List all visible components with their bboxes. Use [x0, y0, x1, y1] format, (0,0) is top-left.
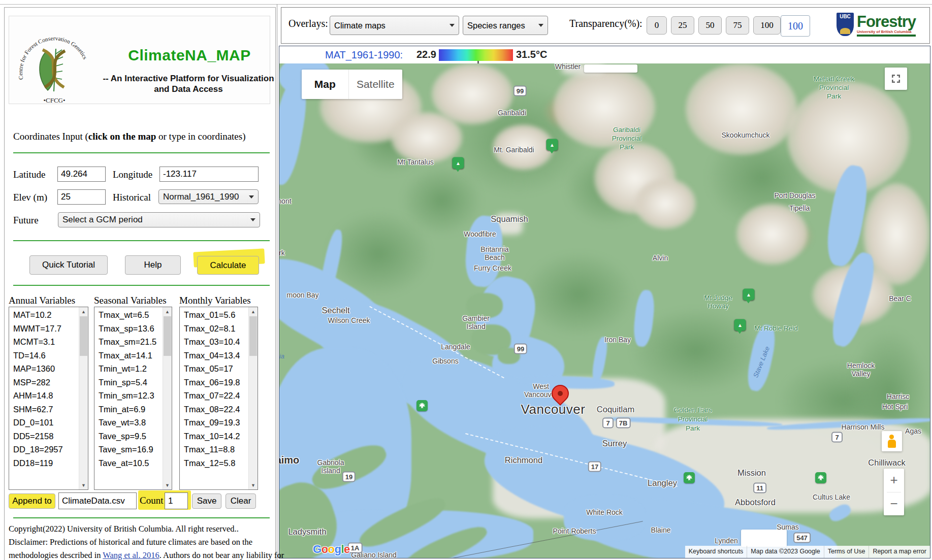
save-button[interactable]: Save [192, 493, 221, 509]
variable-option[interactable]: Tmax_06=19.8 [180, 376, 249, 389]
variable-option[interactable]: DD18=119 [9, 456, 79, 470]
variable-option[interactable]: Tmax_sp=13.6 [94, 322, 163, 336]
variable-option[interactable]: Tmax_wt=6.5 [94, 308, 163, 322]
terms-of-use-link[interactable]: Terms of Use [824, 546, 869, 558]
scroll-down-icon[interactable]: ▼ [249, 481, 258, 489]
variable-option[interactable]: SHM=62.7 [9, 403, 79, 416]
variable-option[interactable]: Tmin_wt=1.2 [94, 362, 163, 376]
map-label: Port Douglas [775, 191, 816, 200]
variable-option[interactable]: Tmax_02=8.1 [180, 322, 249, 336]
variable-option[interactable]: DD_18=2957 [9, 443, 79, 456]
variable-option[interactable]: MAP=1360 [9, 362, 79, 376]
clear-button[interactable]: Clear [226, 493, 256, 509]
google-logo-letter: g [335, 543, 341, 555]
chevron-down-icon [250, 218, 255, 221]
historical-label: Historical [113, 192, 151, 203]
map-canvas[interactable]: WhistlerGaribaldiSkookumchuckMt. Garibal… [279, 63, 930, 558]
transparency-75-button[interactable]: 75 [726, 16, 749, 35]
variable-option[interactable]: Tmax_12=5.8 [180, 456, 249, 470]
variable-option[interactable]: Tmax_07=22.4 [180, 389, 249, 403]
variable-option[interactable]: Tmax_01=5.6 [180, 308, 249, 322]
variable-option[interactable]: Tave_at=10.5 [94, 456, 163, 470]
variable-option[interactable]: DD5=2158 [9, 430, 79, 443]
zoom-out-button[interactable]: − [884, 492, 904, 516]
transparency-0-button[interactable]: 0 [647, 16, 667, 35]
variable-option[interactable]: Tmax_at=14.1 [94, 349, 163, 363]
variable-option[interactable]: MCMT=3.1 [9, 335, 79, 349]
keyboard-shortcuts-button[interactable]: Keyboard shortcuts [685, 546, 747, 558]
variable-option[interactable]: Tmax_10=14.2 [180, 430, 249, 443]
scrollbar-thumb[interactable] [249, 316, 257, 356]
species-ranges-select[interactable]: Species ranges [463, 16, 548, 35]
zoom-in-button[interactable]: + [884, 469, 904, 492]
variable-option[interactable]: MAT=10.2 [9, 308, 79, 322]
tab-map[interactable]: Map [302, 70, 349, 99]
variable-option[interactable]: Tmin_sp=5.4 [94, 376, 163, 389]
climate-maps-select[interactable]: Climate maps [330, 16, 459, 35]
scroll-down-icon[interactable]: ▼ [163, 481, 172, 489]
filename-input[interactable] [58, 492, 137, 509]
quick-tutorial-button[interactable]: Quick Tutorial [29, 255, 108, 275]
transparency-value-input[interactable]: 100 [781, 15, 810, 37]
append-to-button[interactable]: Append to [9, 493, 55, 509]
annual-variables-list[interactable]: MAT=10.2MWMT=17.7MCMT=3.1TD=14.6MAP=1360… [9, 307, 88, 490]
scroll-up-icon[interactable]: ▲ [163, 307, 172, 316]
report-map-error-link[interactable]: Report a map error [869, 546, 930, 558]
tab-satellite[interactable]: Satellite [349, 70, 402, 99]
latitude-input[interactable] [57, 167, 106, 182]
scrollbar[interactable]: ▲▼ [163, 307, 172, 489]
longitude-input[interactable] [159, 167, 259, 182]
pegman-button[interactable] [882, 431, 902, 451]
scrollbar[interactable]: ▲▼ [79, 307, 88, 489]
variable-option[interactable]: Tmax_11=8.8 [180, 443, 249, 456]
variable-option[interactable]: Tmax_08=22.4 [180, 403, 249, 416]
variable-option[interactable]: DD_0=101 [9, 416, 79, 430]
historical-select[interactable]: Normal_1961_1990 [158, 189, 259, 204]
google-logo-letter: o [322, 543, 328, 555]
elev-input[interactable] [57, 189, 106, 205]
variable-option[interactable]: Tave_sp=9.5 [94, 430, 163, 443]
variable-option[interactable]: MWMT=17.7 [9, 322, 79, 336]
count-input[interactable] [165, 492, 188, 509]
calculate-button[interactable]: Calculate [197, 256, 259, 275]
park-pin-icon: ▲ [453, 157, 464, 169]
legend-layer-label[interactable]: MAT_1961-1990: [325, 49, 403, 61]
wang-et-al-link[interactable]: Wang et al. 2016 [103, 550, 159, 560]
map-label: Park [620, 143, 634, 151]
map-label: Alvin [653, 254, 668, 262]
map-label: ia [279, 352, 284, 360]
monthly-variables-list[interactable]: Tmax_01=5.6Tmax_02=8.1Tmax_03=10.4Tmax_0… [179, 307, 258, 490]
fullscreen-button[interactable] [885, 68, 907, 90]
variable-option[interactable]: MSP=282 [9, 376, 79, 389]
variable-option[interactable]: Tmax_09=19.3 [180, 416, 249, 430]
seasonal-variables-list[interactable]: Tmax_wt=6.5Tmax_sp=13.6Tmax_sm=21.5Tmax_… [94, 307, 172, 490]
variable-option[interactable]: Tmax_sm=21.5 [94, 335, 163, 349]
help-button[interactable]: Help [125, 255, 181, 275]
transparency-100-button[interactable]: 100 [753, 16, 781, 35]
map-label: Langdale [441, 343, 470, 351]
variable-option[interactable]: Tmin_sm=12.3 [94, 389, 163, 403]
variable-option[interactable]: Tave_wt=3.8 [94, 416, 163, 430]
map-label: aimo [279, 454, 299, 466]
scrollbar-thumb[interactable] [80, 316, 87, 356]
scroll-up-icon[interactable]: ▲ [249, 307, 258, 316]
svg-text:•CFCG•: •CFCG• [43, 96, 65, 104]
variable-option[interactable]: Tmax_04=13.4 [180, 349, 249, 363]
scrollbar[interactable]: ▲▼ [248, 307, 258, 489]
map-label: Richmond [505, 455, 542, 465]
map-label: Island [466, 322, 485, 331]
scrollbar-thumb[interactable] [164, 316, 171, 356]
variable-option[interactable]: Tave_sm=16.9 [94, 443, 163, 456]
future-gcm-select[interactable]: Select a GCM period [58, 212, 260, 227]
transparency-50-button[interactable]: 50 [698, 16, 722, 35]
rule-1 [13, 152, 270, 153]
scroll-down-icon[interactable]: ▼ [79, 481, 88, 489]
variable-option[interactable]: Tmax_03=10.4 [180, 335, 249, 349]
variable-option[interactable]: Tmax_05=17 [180, 362, 249, 376]
variable-option[interactable]: Tmin_at=6.9 [94, 403, 163, 416]
transparency-25-button[interactable]: 25 [671, 16, 694, 35]
scroll-up-icon[interactable]: ▲ [79, 307, 88, 316]
variable-option[interactable]: TD=14.6 [9, 349, 79, 363]
route-shield: 7 [602, 418, 614, 429]
variable-option[interactable]: AHM=14.8 [9, 389, 79, 403]
